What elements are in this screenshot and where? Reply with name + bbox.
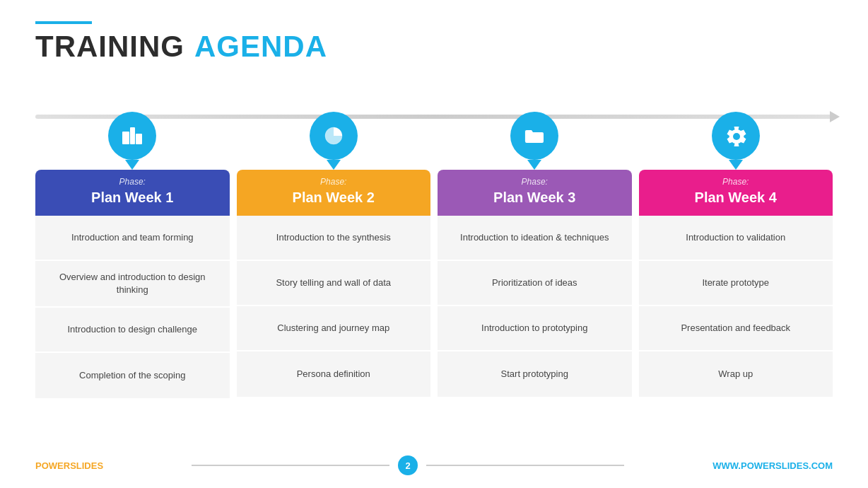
list-item: Introduction and team forming <box>35 216 230 261</box>
footer-line-left <box>192 465 389 466</box>
brand-part1: POWER <box>35 460 70 471</box>
list-item: Introduction to design challenge <box>35 308 230 353</box>
column-week2: Phase: Plan Week 2 Introduction to the s… <box>237 92 431 398</box>
footer-page-number: 2 <box>398 455 418 475</box>
phase-card-week2: Phase: Plan Week 2 <box>237 170 431 216</box>
list-item: Wrap up <box>639 352 833 397</box>
svg-rect-7 <box>131 130 134 132</box>
svg-rect-9 <box>131 139 134 141</box>
items-list-2: Introduction to the synthesis Story tell… <box>237 216 431 397</box>
phase-title-1: Plan Week 1 <box>45 190 220 206</box>
list-item: Introduction to validation <box>639 216 833 261</box>
icon-bubble-container-1 <box>35 92 230 170</box>
list-item: Introduction to ideation & techniques <box>438 216 632 261</box>
footer-website: WWW.POWERSLIDES.COM <box>712 460 833 471</box>
list-item: Introduction to prototyping <box>438 306 632 352</box>
footer: POWERSLIDES 2 WWW.POWERSLIDES.COM <box>35 455 833 475</box>
list-item: Introduction to the synthesis <box>237 216 431 261</box>
list-item: Persona definition <box>237 352 431 397</box>
list-item: Prioritization of ideas <box>438 261 632 306</box>
svg-rect-4 <box>127 134 128 136</box>
list-item: Completion of the scoping <box>35 353 230 398</box>
svg-rect-13 <box>140 140 141 142</box>
title-agenda: AGENDA <box>194 30 327 64</box>
list-item: Presentation and feedback <box>639 306 833 352</box>
phase-label-2: Phase: <box>247 177 421 187</box>
footer-line-right <box>426 465 624 466</box>
icon-bubble-wrap-2 <box>310 112 358 170</box>
title-training: TRAINING <box>35 30 184 64</box>
list-item: Overview and introduction to design thin… <box>35 261 230 308</box>
svg-rect-11 <box>140 136 141 139</box>
items-list-1: Introduction and team forming Overview a… <box>35 216 230 398</box>
svg-rect-2 <box>136 134 142 144</box>
icon-bubble-wrap-4 <box>712 112 760 170</box>
column-week3: Phase: Plan Week 3 Introduction to ideat… <box>438 92 632 398</box>
phase-label-3: Phase: <box>447 177 622 187</box>
phase-label-1: Phase: <box>45 177 220 187</box>
icon-bubble-wrap-1 <box>108 112 156 170</box>
svg-rect-8 <box>131 134 134 136</box>
list-item: Start prototyping <box>438 352 632 397</box>
svg-point-15 <box>733 133 740 140</box>
building-icon <box>108 112 156 160</box>
bubble-pointer-4 <box>729 160 743 170</box>
pie-chart-icon <box>310 112 358 160</box>
list-item: Story telling and wall of data <box>237 261 431 306</box>
svg-rect-3 <box>124 134 125 136</box>
svg-rect-6 <box>127 139 128 141</box>
phase-card-week4: Phase: Plan Week 4 <box>639 170 833 216</box>
footer-center: 2 <box>103 455 712 475</box>
icon-bubble-container-3 <box>438 92 632 170</box>
phase-title-2: Plan Week 2 <box>247 190 421 206</box>
page: TRAINING AGENDA <box>0 0 868 488</box>
column-week4: Phase: Plan Week 4 Introduction to valid… <box>639 92 833 398</box>
list-item: Clustering and journey map <box>237 306 431 352</box>
icon-bubble-wrap-3 <box>510 112 558 170</box>
phase-card-week3: Phase: Plan Week 3 <box>438 170 632 216</box>
svg-rect-12 <box>137 140 139 142</box>
brand-part2: SLIDES <box>70 460 103 471</box>
svg-rect-0 <box>122 132 129 144</box>
icon-bubble-container-4 <box>639 92 833 170</box>
accent-line <box>35 21 92 24</box>
phase-title-3: Plan Week 3 <box>447 190 622 206</box>
icon-bubble-container-2 <box>237 92 431 170</box>
phase-title-4: Plan Week 4 <box>649 190 823 206</box>
gear-icon <box>712 112 760 160</box>
items-list-4: Introduction to validation Iterate proto… <box>639 216 833 397</box>
svg-rect-5 <box>124 139 125 141</box>
items-list-3: Introduction to ideation & techniques Pr… <box>438 216 632 397</box>
svg-rect-10 <box>137 136 139 139</box>
folder-icon <box>510 112 558 160</box>
bubble-pointer-1 <box>125 160 139 170</box>
footer-brand: POWERSLIDES <box>35 460 103 471</box>
phase-card-week1: Phase: Plan Week 1 <box>35 170 230 216</box>
title-row: TRAINING AGENDA <box>35 30 833 64</box>
bubble-pointer-2 <box>327 160 341 170</box>
column-week1: Phase: Plan Week 1 Introduction and team… <box>35 92 230 398</box>
bubble-pointer-3 <box>527 160 541 170</box>
list-item: Iterate prototype <box>639 261 833 306</box>
phase-label-4: Phase: <box>649 177 823 187</box>
